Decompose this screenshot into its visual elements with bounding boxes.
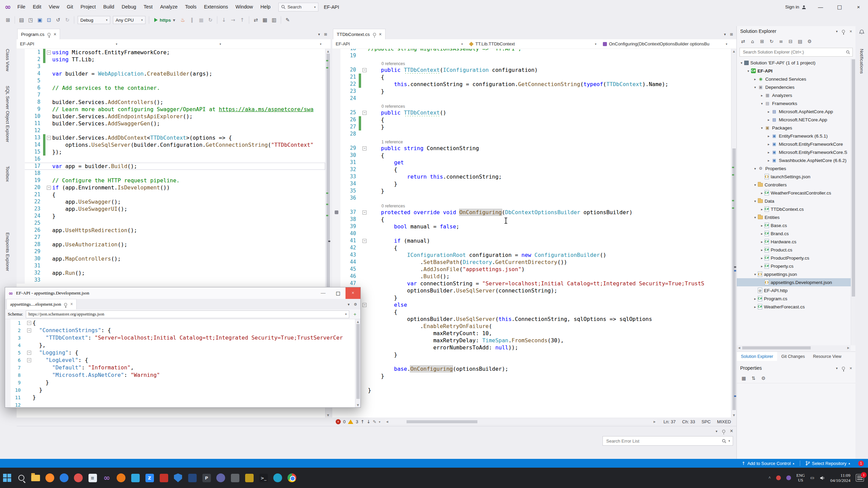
taskbar-visual-studio[interactable]: ∞ [100, 468, 114, 488]
errors-icon[interactable]: × [336, 419, 341, 424]
menu-project[interactable]: Project [77, 0, 99, 14]
fold-margin[interactable]: − [361, 66, 368, 74]
solution-explorer-search-input[interactable] [742, 49, 844, 55]
tree-item-controllers[interactable]: ▾Controllers [737, 181, 851, 189]
property-pages-icon[interactable]: ⚙ [759, 374, 768, 382]
vertical-scrollbar[interactable]: ▲ ▼ [355, 319, 360, 407]
show-all-files-icon[interactable]: ▤ [796, 37, 804, 45]
notification-badge[interactable]: 1 [858, 461, 864, 466]
close-tab-icon[interactable]: × [379, 32, 382, 37]
menu-edit[interactable]: Edit [29, 0, 45, 14]
fold-margin[interactable]: − [45, 49, 52, 56]
breadcrumb-segment[interactable]: EF-API▾ [332, 39, 466, 48]
close-icon[interactable]: × [849, 366, 852, 371]
tree-item-swashbuckle-aspnetcore-6-6-2[interactable]: ▸▣Swashbuckle.AspNetCore (6.6.2) [737, 156, 851, 164]
taskbar-chrome[interactable] [285, 468, 299, 488]
menu-build[interactable]: Build [100, 0, 118, 14]
tree-item-properties[interactable]: ▾⚙Properties [737, 164, 851, 172]
taskbar-file-explorer[interactable] [28, 468, 43, 488]
tool-tab-git-changes[interactable]: Git Changes [777, 352, 809, 361]
home-icon[interactable]: ⌂ [748, 37, 757, 45]
breadcrumb-segment[interactable]: ▾ [224, 39, 324, 48]
save-icon[interactable]: ▣ [35, 16, 44, 24]
tray-app-purple-icon[interactable] [786, 475, 791, 480]
menu-help[interactable]: Help [257, 0, 274, 14]
pin-icon[interactable] [842, 30, 845, 33]
performance-profiler-icon[interactable]: ▥ [270, 16, 279, 24]
categorized-icon[interactable]: ▦ [739, 374, 748, 382]
close-tab-icon[interactable]: × [54, 32, 56, 37]
tree-item-base-cs[interactable]: ▸C#Base.cs [737, 221, 851, 229]
close-button[interactable]: × [849, 0, 868, 14]
taskbar-firefox[interactable] [43, 468, 57, 488]
tree-item-ttdbcontext-cs[interactable]: ▸C#TTDbContext.cs [737, 205, 851, 213]
save-all-icon[interactable]: ⊡ [44, 16, 54, 24]
break-all-icon[interactable]: ∥ [188, 16, 197, 24]
taskbar-terminal[interactable]: >_ [256, 468, 271, 488]
breadcrumb-segment[interactable]: EF-API▾ [17, 39, 120, 48]
window-position-icon[interactable]: ▾ [836, 366, 837, 370]
schema-combobox[interactable]: https://json.schemastore.org/appsettings… [26, 310, 350, 318]
breadcrumb-segment[interactable]: TT.Lib.TTDbContext▾ [466, 39, 599, 48]
tray-expand-icon[interactable]: ^ [769, 475, 771, 481]
add-to-source-control-button[interactable]: ↑ Add to Source Control ▴ [739, 461, 797, 466]
warnings-icon[interactable] [348, 420, 353, 424]
test-explorer-icon[interactable]: ▦ [260, 16, 270, 24]
taskbar-app-red[interactable] [71, 468, 85, 488]
previous-issue-icon[interactable]: ↑ [360, 419, 364, 424]
taskbar-search[interactable] [14, 468, 28, 488]
tree-item-brand-cs[interactable]: ▸C#Brand.cs [737, 229, 851, 238]
tool-tab-resource-view[interactable]: Resource View [809, 352, 846, 361]
tab-program-cs[interactable]: Program.cs × [17, 29, 60, 39]
tree-item-packages[interactable]: ▾▣Packages [737, 124, 851, 132]
sync-with-active-document-icon[interactable]: ⇄ [739, 37, 747, 45]
taskbar-teams[interactable] [214, 468, 228, 488]
document-list-icon[interactable]: ▾ [348, 302, 350, 307]
minimize-button[interactable]: — [811, 0, 830, 14]
side-tab-endpoints-explorer[interactable]: Endpoints Explorer [5, 232, 10, 271]
float-group-icon[interactable]: ⊞ [324, 32, 327, 37]
tree-item-analyzers[interactable]: ▸▦Analyzers [737, 91, 851, 99]
codelens-references[interactable]: 0 references [368, 202, 405, 209]
fold-margin[interactable]: − [361, 237, 368, 244]
titlebar-search-box[interactable]: Search ▾ [278, 3, 318, 12]
taskbar-app-crimson[interactable] [157, 468, 171, 488]
menu-git[interactable]: Git [63, 0, 77, 14]
codelens-references[interactable]: 0 references [368, 59, 405, 66]
tree-item-microsoft-entityframeworkcore-s[interactable]: ▸▣Microsoft.EntityFrameworkCore.S [737, 148, 851, 156]
sign-in-button[interactable]: Sign in [781, 4, 811, 9]
tree-item-microsoft-entityframeworkcore[interactable]: ▸▣Microsoft.EntityFrameworkCore [737, 140, 851, 148]
tree-item-program-cs[interactable]: ▸C#Program.cs [737, 294, 851, 303]
solution-explorer-search-box[interactable] [739, 48, 853, 57]
pin-icon[interactable] [722, 430, 725, 433]
settings-icon[interactable]: ⚙ [354, 302, 357, 307]
tree-item-connected-services[interactable]: ▸◉Connected Services [737, 75, 851, 83]
menu-window[interactable]: Window [232, 0, 257, 14]
taskbar-app-gray[interactable] [228, 468, 242, 488]
fold-margin[interactable]: − [26, 327, 33, 334]
window-management-icon[interactable]: ⊞ [3, 16, 13, 24]
tree-item-microsoft-netcore-app[interactable]: ▸▤Microsoft.NETCore.App [737, 116, 851, 124]
menu-analyze[interactable]: Analyze [156, 0, 181, 14]
hot-reload-icon[interactable]: ♨ [178, 16, 188, 24]
fold-margin[interactable]: − [45, 184, 52, 191]
step-over-icon[interactable]: → [229, 16, 238, 24]
code-editor-ttdbcontext[interactable]: 18//public string migrationsAssembly => … [332, 49, 736, 418]
breadcrumb-segment[interactable]: ▾ [120, 39, 224, 48]
select-repository-button[interactable]: Select Repository ▴ [803, 461, 853, 466]
tree-item-hardware-cs[interactable]: ▸C#Hardware.cs [737, 238, 851, 246]
collapse-all-icon[interactable]: ⊟ [786, 37, 795, 45]
tree-item-appsettings-json[interactable]: ▾{}appsettings.json [737, 270, 851, 278]
spaces-indicator[interactable]: SPC [699, 419, 713, 424]
chevron-down-icon[interactable]: ▾ [379, 420, 380, 424]
tab-appsettings-development-json[interactable]: appsettings....elopment.json × [6, 299, 77, 309]
tree-item-appsettings-development-json[interactable]: {}appsettings.Development.json [737, 278, 851, 286]
new-file-icon[interactable]: ▤ [17, 16, 26, 24]
codelens-references[interactable]: 1 reference [368, 138, 403, 145]
tree-item-solution-ef-api-1-of-1-project[interactable]: ▾Solution 'EF-API' (1 of 1 project) [737, 59, 851, 67]
tree-item-product-cs[interactable]: ▸C#Product.cs [737, 246, 851, 254]
redo-icon[interactable]: ↻ [63, 16, 72, 24]
codelens-references[interactable]: 0 references [368, 102, 405, 109]
undo-icon[interactable]: ↺ [54, 16, 63, 24]
code-editor-appsettings[interactable]: 1−{2− "ConnectionStrings": {3 "TTDbConte… [5, 319, 360, 407]
